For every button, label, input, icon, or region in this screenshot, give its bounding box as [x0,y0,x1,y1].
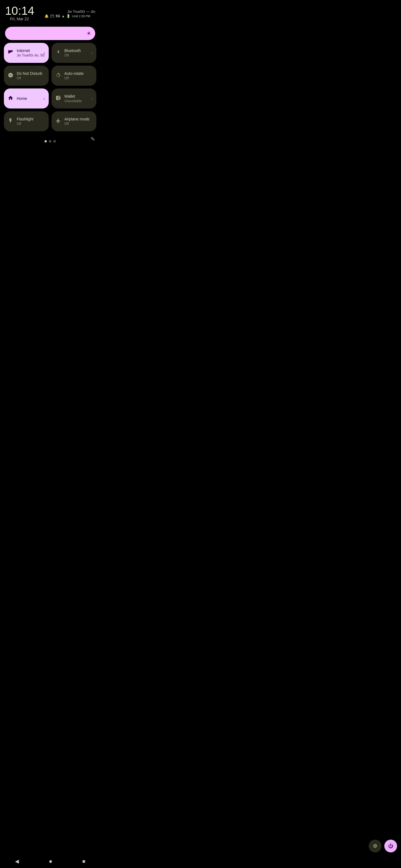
tile-auto-rotate[interactable]: Auto-rotate Off [52,66,96,86]
flashlight-label: Flashlight [17,117,45,122]
home-icon [8,95,13,102]
flashlight-sublabel: Off [17,122,45,126]
brightness-slider[interactable]: ☀ [5,27,95,40]
wallet-icon [55,95,61,102]
page-indicator-row: ✎ [0,136,100,143]
auto-rotate-label: Auto-rotate [64,71,92,76]
bluetooth-icon [55,50,61,57]
wallet-sublabel: Unavailable [64,99,92,103]
internet-icon [8,50,13,57]
page-dot-1[interactable] [45,140,47,143]
brightness-icon: ☀ [86,30,91,37]
quick-tiles-grid: Internet Jio True5G-Jio, 5G › Bluetooth … [0,43,100,131]
tile-home[interactable]: Home › [4,89,49,108]
bluetooth-arrow-icon: › [91,51,92,55]
edit-button[interactable]: ✎ [90,136,95,143]
page-dot-3[interactable] [54,140,56,143]
network-type: 5G [56,14,60,18]
do-not-disturb-label: Do Not Disturb [17,71,45,76]
tile-bluetooth[interactable]: Bluetooth Off › [52,43,96,63]
bluetooth-label: Bluetooth [64,49,92,53]
internet-arrow-icon: › [44,51,45,55]
tile-flashlight[interactable]: Flashlight Off [4,111,49,131]
status-bar: 10:14 Fri, Mar 22 Jio True5G — Jio 🔔 📳 5… [0,0,100,25]
internet-label: Internet [17,49,45,53]
airplane-mode-label: Airplane mode [64,117,92,122]
internet-sublabel: Jio True5G-Jio, 5G [17,54,45,57]
flashlight-icon [8,118,13,125]
tile-do-not-disturb[interactable]: Do Not Disturb Off [4,66,49,86]
tile-airplane-mode[interactable]: Airplane mode Off [52,111,96,131]
auto-rotate-sublabel: Off [64,76,92,80]
time-display: 10:14 [5,5,34,17]
alarm-icon: 🔔 [45,14,49,18]
vibrate-icon: 📳 [50,14,54,18]
home-label: Home [17,96,45,101]
date-display: Fri, Mar 22 [5,17,34,23]
do-not-disturb-icon [8,72,13,79]
tile-wallet[interactable]: Wallet Unavailable › [52,89,96,108]
wallet-label: Wallet [64,94,92,99]
battery-icon: 🔋 [66,14,70,18]
airplane-mode-icon [55,118,61,125]
page-dots [45,140,56,143]
tile-internet[interactable]: Internet Jio True5G-Jio, 5G › [4,43,49,63]
do-not-disturb-sublabel: Off [17,76,45,80]
page-dot-2[interactable] [49,140,51,143]
bluetooth-sublabel: Off [64,54,92,57]
home-arrow-icon: › [44,96,45,101]
battery-text: Until 2:30 PM [72,14,90,18]
auto-rotate-icon [55,72,61,79]
signal-icon: ▲ [61,14,65,18]
wallet-arrow-icon: › [91,96,92,101]
carrier-display: Jio True5G — Jio [45,9,95,13]
airplane-mode-sublabel: Off [64,122,92,126]
status-icons-row: 🔔 📳 5G ▲ 🔋 Until 2:30 PM [45,14,95,18]
